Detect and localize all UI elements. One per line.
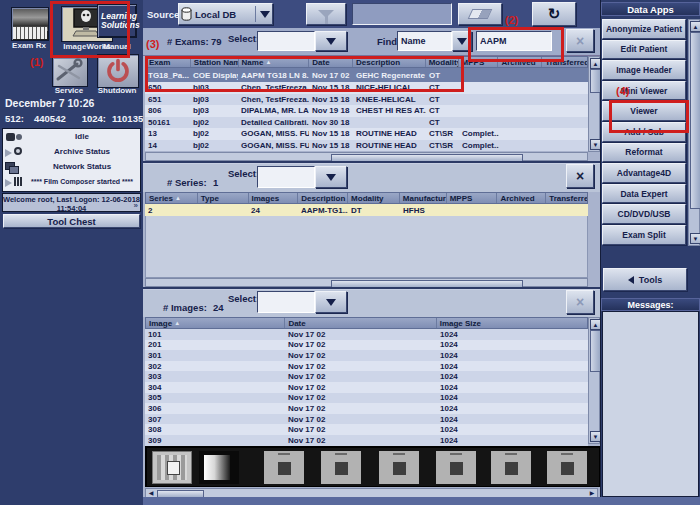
column-header[interactable]: Description — [298, 193, 348, 203]
exam-clear-selection-button[interactable]: × — [566, 29, 594, 52]
sidebar-button-image-header[interactable]: Image Header — [602, 60, 686, 80]
column-header[interactable]: Date — [309, 57, 353, 67]
table-row[interactable]: 101Nov 17 021024 — [145, 329, 588, 340]
exam-rx-icon[interactable] — [11, 7, 49, 41]
series-select-field[interactable] — [257, 166, 315, 188]
tool-chest-button[interactable]: Tool Chest — [3, 214, 140, 228]
scrollbar-thumb[interactable] — [690, 32, 700, 209]
sidebar-button-add-sub[interactable]: Add / Sub — [602, 122, 686, 142]
column-header[interactable]: Series▲ — [146, 193, 198, 203]
tg18-qc-test-pattern-thumbnail[interactable] — [152, 451, 192, 484]
column-header[interactable]: Name▲ — [239, 57, 310, 67]
sidebar-button-reformat[interactable]: Reformat — [602, 143, 686, 163]
column-header[interactable]: MPPS — [459, 57, 499, 67]
sidebar-button-advantage4d[interactable]: Advantage4D — [602, 163, 686, 183]
table-row[interactable]: 302Nov 17 021024 — [145, 361, 588, 372]
tg18-ln-pattern-thumbnail-2[interactable] — [321, 451, 361, 484]
column-header[interactable]: Exam — [146, 57, 191, 67]
tools-toggle-button[interactable]: Tools — [603, 268, 687, 291]
column-header[interactable]: Date — [285, 318, 436, 328]
table-row[interactable]: 650bj03Chen, TestFreeza...Nov 15 18NICE-… — [145, 82, 588, 94]
refresh-button[interactable]: ↻ — [532, 2, 576, 26]
table-row[interactable]: 309Nov 17 021024 — [145, 435, 588, 446]
column-header[interactable]: Image Size — [437, 318, 587, 328]
exam-vertical-scrollbar[interactable]: ▲ ▼ — [588, 56, 600, 152]
column-header[interactable]: Images — [249, 193, 299, 203]
images-select-field[interactable] — [257, 291, 315, 313]
luminance-ramp-thumbnail[interactable] — [199, 451, 239, 484]
table-row[interactable]: 806bj03DIPALMA, MR. LA...Nov 19 18CHEST … — [145, 105, 588, 117]
table-row[interactable]: 50161bj02Detailed Calibrati...Nov 30 18C… — [145, 117, 588, 129]
table-row[interactable]: 306Nov 17 021024 — [145, 403, 588, 414]
sidebar-button-viewer[interactable]: Viewer — [602, 101, 686, 121]
tg18-ln-pattern-thumbnail-5[interactable] — [491, 451, 531, 484]
table-cell — [197, 204, 248, 216]
column-header[interactable]: Archived — [498, 57, 542, 67]
table-row[interactable]: TG18_Pa...COE DisplayAAPM TG18 LN 8...No… — [145, 68, 588, 82]
images-clear-selection-button[interactable]: × — [566, 290, 594, 314]
column-header[interactable]: Archived — [497, 193, 546, 203]
filter-button[interactable] — [306, 3, 346, 25]
source-dropdown[interactable]: Local DB — [178, 3, 273, 25]
column-header[interactable]: Transferred ... — [546, 193, 587, 203]
exam-select-dropdown-button[interactable] — [315, 31, 347, 51]
search-input[interactable] — [476, 31, 552, 51]
find-dropdown-button[interactable] — [452, 31, 472, 51]
window-bottom-strip — [143, 497, 700, 505]
status-row[interactable]: **** Film Composer started **** — [3, 174, 140, 189]
exam-select-field[interactable] — [257, 31, 315, 51]
status-row[interactable]: Archive Status — [3, 144, 140, 159]
shutdown-power-icon[interactable] — [97, 54, 139, 88]
clear-search-button[interactable] — [458, 3, 502, 25]
table-row[interactable]: 651bj03Chen, TestFreeza...Nov 15 18KNEE-… — [145, 94, 588, 106]
sidebar-button-exam-split[interactable]: Exam Split — [602, 225, 686, 245]
table-row[interactable]: 301Nov 17 021024 — [145, 350, 588, 361]
column-header[interactable]: Modality — [348, 193, 400, 203]
table-row[interactable]: 308Nov 17 021024 — [145, 424, 588, 435]
column-header[interactable]: Manufacturer — [400, 193, 447, 203]
sidebar-button-anonymize-patient[interactable]: Anonymize Patient — [602, 19, 686, 39]
sidebar-button-mini-viewer[interactable]: Mini Viewer — [602, 81, 686, 101]
status-row[interactable]: Network Status — [3, 159, 140, 174]
series-select-dropdown-button[interactable] — [315, 166, 347, 188]
column-header[interactable]: Description — [353, 57, 426, 67]
status-row[interactable]: Idle — [3, 129, 140, 144]
tg18-ln-pattern-thumbnail-4[interactable] — [436, 451, 476, 484]
scroll-left-arrow[interactable]: ◀ — [147, 490, 155, 496]
table-row[interactable]: 14bj02GOGAN, MISS. FU...Nov 15 18ROUTINE… — [145, 140, 588, 152]
sidebar-scrollbar[interactable]: ▲ ▼ — [688, 19, 700, 246]
service-icon[interactable] — [52, 57, 88, 87]
table-row[interactable]: 303Nov 17 021024 — [145, 371, 588, 382]
scroll-up-arrow[interactable]: ▲ — [690, 21, 700, 32]
table-row[interactable]: 307Nov 17 021024 — [145, 414, 588, 425]
tg18-ln-pattern-thumbnail-1[interactable] — [264, 451, 304, 484]
table-row[interactable]: 305Nov 17 021024 — [145, 393, 588, 404]
column-header[interactable]: Station Name — [191, 57, 239, 67]
learning-solutions-logo[interactable]: Learning Solutions — [97, 4, 137, 38]
table-row[interactable]: 224AAPM-TG1...DTHFHS — [145, 204, 588, 216]
column-header[interactable]: Image▲ — [146, 318, 285, 328]
sidebar-button-cd-dvd-usb[interactable]: CD/DVD/USB — [602, 204, 686, 224]
column-header[interactable]: Modality — [426, 57, 459, 67]
scroll-right-arrow[interactable]: ▶ — [588, 490, 596, 496]
column-header[interactable]: Type — [198, 193, 249, 203]
series-clear-selection-button[interactable]: × — [566, 164, 594, 188]
welcome-more-indicator[interactable]: » — [134, 201, 138, 211]
sidebar-button-edit-patient[interactable]: Edit Patient — [602, 40, 686, 60]
tg18-ln-pattern-thumbnail-6[interactable] — [547, 451, 587, 484]
series-horizontal-scrollbar[interactable] — [145, 278, 588, 287]
column-header[interactable]: Transferred — [542, 57, 587, 67]
scroll-down-arrow[interactable]: ▼ — [690, 233, 700, 244]
images-select-dropdown-button[interactable] — [315, 291, 347, 313]
tg18-ln-pattern-thumbnail-3[interactable] — [379, 451, 419, 484]
exam-horizontal-scrollbar[interactable] — [145, 152, 588, 161]
sidebar-button-data-expert[interactable]: Data Expert — [602, 184, 686, 204]
table-row[interactable]: 201Nov 17 021024 — [145, 340, 588, 351]
chevron-down-icon[interactable] — [260, 11, 270, 18]
table-row[interactable]: 304Nov 17 021024 — [145, 382, 588, 393]
x-icon: × — [576, 295, 584, 309]
find-field-selector[interactable]: Name — [397, 31, 452, 51]
column-header[interactable]: MPPS — [447, 193, 498, 203]
images-vertical-scrollbar[interactable]: ▲ ▼ — [588, 317, 600, 444]
table-row[interactable]: 13bj02GOGAN, MISS. FU...Nov 15 18ROUTINE… — [145, 128, 588, 140]
